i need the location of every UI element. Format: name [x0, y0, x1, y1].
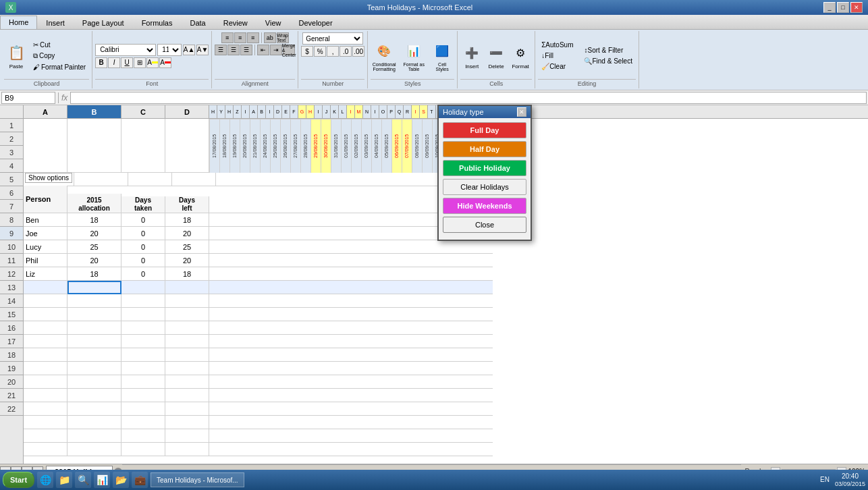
wrap-text-button[interactable]: Wrap Text	[277, 32, 289, 43]
decrease-indent-button[interactable]: ⇤	[257, 45, 269, 55]
date-header[interactable]: 18/08/2015	[219, 119, 229, 173]
font-color-button[interactable]: A	[159, 57, 171, 68]
col-header-d[interactable]: D	[165, 105, 209, 118]
cell-2c[interactable]	[128, 173, 172, 186]
cell-1c[interactable]	[121, 119, 165, 173]
date-header[interactable]: 02/09/2015	[351, 119, 361, 173]
date-header[interactable]: 29/08/2015	[310, 119, 321, 173]
clear-button[interactable]: 🧹 Clear	[538, 61, 576, 72]
cell-8d[interactable]: 18	[165, 267, 209, 281]
cell-7d[interactable]: 20	[165, 254, 209, 267]
start-button[interactable]: Start	[3, 472, 34, 479]
align-right-button[interactable]: ☰	[240, 45, 252, 55]
font-size-select[interactable]: 11	[157, 44, 182, 56]
date-header[interactable]: 04/09/2015	[371, 119, 381, 173]
fill-color-button[interactable]: A	[146, 57, 159, 68]
clear-holidays-button[interactable]: Clear Holidays	[443, 179, 526, 195]
cell-5c[interactable]: 0	[121, 227, 165, 240]
app-icon[interactable]: 💼	[132, 472, 148, 479]
border-button[interactable]: ⊞	[134, 57, 146, 68]
align-top-right-button[interactable]: ≡	[247, 32, 259, 43]
minimize-button[interactable]: _	[823, 2, 836, 13]
date-header[interactable]: 25/08/2015	[270, 119, 280, 173]
orientation-button[interactable]: ab	[264, 32, 276, 43]
align-top-left-button[interactable]: ≡	[221, 32, 234, 43]
search-icon[interactable]: 🔍	[75, 472, 91, 479]
cell-2d[interactable]	[172, 173, 216, 186]
paste-button[interactable]: 📋 Paste	[4, 40, 28, 72]
bold-button[interactable]: B	[95, 57, 107, 68]
dec-increase-button[interactable]: .0	[340, 46, 352, 57]
cell-9d[interactable]	[165, 281, 209, 294]
col-header-c[interactable]: C	[121, 105, 165, 118]
date-header[interactable]: 06/09/2015	[391, 119, 402, 173]
maximize-button[interactable]: □	[837, 2, 849, 13]
accounting-button[interactable]: $	[301, 46, 313, 57]
name-box[interactable]	[1, 92, 55, 104]
header-allocation[interactable]: 2015 allocation	[67, 194, 121, 213]
tab-page-layout[interactable]: Page Layout	[74, 16, 133, 29]
comma-button[interactable]: ,	[327, 46, 339, 57]
fill-button[interactable]: ↓ Fill	[538, 51, 576, 61]
col-header-h[interactable]: H	[209, 105, 217, 118]
date-header[interactable]: 31/08/2015	[331, 119, 341, 173]
dialog-close-icon[interactable]: ✕	[517, 107, 526, 117]
autosum-button[interactable]: Σ AutoSum	[538, 40, 576, 50]
date-header[interactable]: 01/09/2015	[341, 119, 351, 173]
cell-9b-selected[interactable]	[67, 281, 121, 294]
cell-8c[interactable]: 0	[121, 267, 165, 281]
excel-taskbar-icon[interactable]: 📊	[94, 472, 110, 479]
cell-7c[interactable]: 0	[121, 254, 165, 267]
date-header[interactable]: 26/08/2015	[280, 119, 290, 173]
show-options-button[interactable]: Show options	[25, 173, 72, 183]
merge-center-button[interactable]: Merge & Center	[283, 45, 295, 55]
tab-review[interactable]: Review	[215, 16, 256, 29]
delete-button[interactable]: ➖ Delete	[485, 40, 508, 72]
ie-icon[interactable]: 🌐	[37, 472, 53, 479]
cell-6b[interactable]: 25	[67, 240, 121, 254]
col-header-b[interactable]: B	[67, 105, 121, 118]
percent-button[interactable]: %	[314, 46, 326, 57]
cell-4d[interactable]: 18	[165, 213, 209, 227]
cell-6c[interactable]: 0	[121, 240, 165, 254]
conditional-formatting-button[interactable]: 🎨 Conditional Formatting	[371, 38, 398, 74]
dec-decrease-button[interactable]: .00	[352, 46, 364, 57]
date-header[interactable]: 27/08/2015	[290, 119, 300, 173]
cell-4b[interactable]: 18	[67, 213, 121, 227]
cell-2a[interactable]: Show options	[24, 173, 74, 186]
header-person[interactable]: Person	[24, 186, 67, 213]
explorer-icon[interactable]: 📁	[56, 472, 72, 479]
cut-button[interactable]: ✂ Cut	[30, 40, 89, 50]
half-day-button[interactable]: Half Day	[443, 141, 526, 157]
decrease-font-button[interactable]: A▼	[196, 45, 209, 55]
format-painter-button[interactable]: 🖌 Format Painter	[30, 62, 89, 72]
underline-button[interactable]: U	[121, 57, 133, 68]
date-header[interactable]: 30/08/2015	[321, 119, 331, 173]
font-name-select[interactable]: Calibri	[95, 44, 156, 56]
active-taskbar-item[interactable]: Team Holidays - Microsof...	[151, 472, 244, 479]
cell-9c[interactable]	[121, 281, 165, 294]
copy-button[interactable]: ⧉ Copy	[30, 51, 89, 61]
close-dialog-button[interactable]: Close	[443, 217, 526, 233]
date-header[interactable]: 24/08/2015	[260, 119, 270, 173]
header-days-left[interactable]: Days left	[165, 196, 209, 213]
tab-home[interactable]: Home	[0, 16, 37, 29]
find-select-button[interactable]: 🔍 Find & Select	[580, 56, 635, 66]
cell-8b[interactable]: 18	[67, 267, 121, 281]
align-left-button[interactable]: ☰	[215, 45, 227, 55]
cell-1d[interactable]	[165, 119, 209, 173]
date-header[interactable]: 20/08/2015	[240, 119, 250, 173]
cell-7a[interactable]: Phil	[24, 254, 67, 267]
full-day-button[interactable]: Full Day	[443, 122, 526, 138]
format-as-table-button[interactable]: 📊 Format as Table	[400, 38, 427, 74]
sort-filter-button[interactable]: ↕ Sort & Filter	[580, 45, 635, 55]
tab-formulas[interactable]: Formulas	[133, 16, 182, 29]
cell-2b[interactable]	[74, 173, 128, 186]
tab-data[interactable]: Data	[181, 16, 214, 29]
col-header-a[interactable]: A	[24, 105, 67, 118]
date-header[interactable]: 17/08/2015	[209, 119, 219, 173]
cell-4a[interactable]: Ben	[24, 213, 67, 227]
folder-icon[interactable]: 📂	[113, 472, 129, 479]
public-holiday-button[interactable]: Public Holiday	[443, 160, 526, 176]
date-header[interactable]: 21/08/2015	[250, 119, 260, 173]
